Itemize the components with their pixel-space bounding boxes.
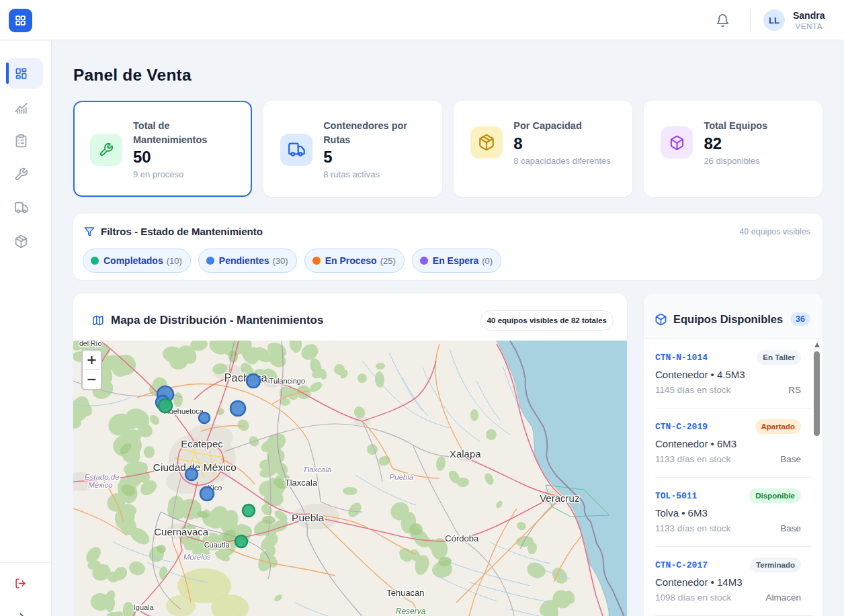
svg-text:Morelos: Morelos [183, 553, 211, 561]
svg-text:Puebla: Puebla [292, 512, 325, 523]
svg-text:Córdoba: Córdoba [445, 533, 479, 543]
svg-text:México: México [88, 481, 113, 489]
svg-text:del Río: del Río [79, 341, 101, 347]
svg-text:Tlaxcala: Tlaxcala [285, 478, 318, 488]
svg-text:Ecatepec: Ecatepec [181, 438, 223, 449]
svg-text:Veracruz: Veracruz [540, 492, 579, 504]
svg-text:Iguala: Iguala [134, 603, 155, 611]
svg-text:Xalapa: Xalapa [450, 448, 481, 459]
svg-text:Tlaxcala: Tlaxcala [303, 466, 332, 474]
svg-text:Tehuacán: Tehuacán [386, 588, 424, 598]
svg-text:Estado de: Estado de [85, 473, 120, 481]
svg-text:Cuernavaca: Cuernavaca [154, 526, 209, 537]
svg-text:Reserva: Reserva [396, 607, 426, 616]
svg-text:Cuautla: Cuautla [204, 541, 230, 549]
svg-text:Puebla: Puebla [390, 473, 414, 481]
svg-text:Tulancingo: Tulancingo [269, 377, 305, 385]
